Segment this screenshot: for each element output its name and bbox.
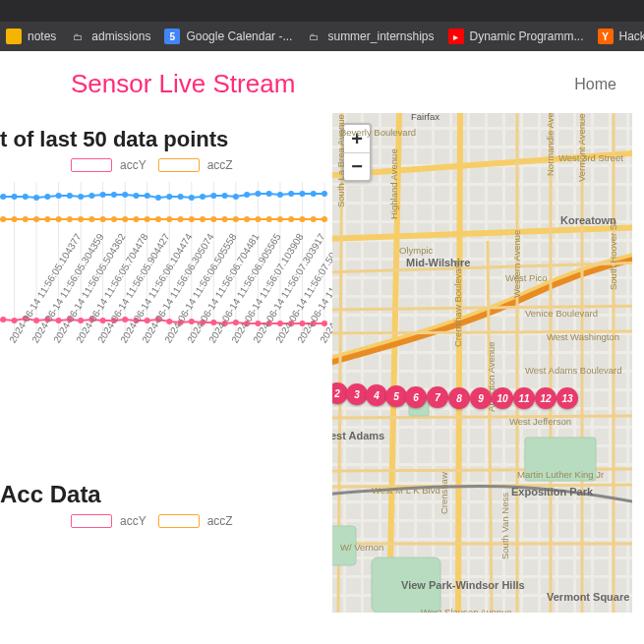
map-street-label: Western Avenue: [511, 230, 522, 298]
svg-rect-438: [399, 447, 414, 463]
svg-rect-501: [558, 503, 573, 519]
map-track-marker[interactable]: 11: [513, 387, 535, 409]
svg-rect-183: [346, 186, 361, 202]
svg-rect-352: [470, 354, 485, 370]
svg-point-76: [311, 216, 317, 222]
chart2-title: Acc Data: [0, 481, 332, 508]
svg-rect-557: [594, 559, 609, 575]
svg-rect-490: [364, 503, 379, 519]
svg-point-67: [210, 216, 216, 222]
svg-rect-197: [594, 186, 609, 202]
map-track-marker[interactable]: 3: [346, 383, 368, 405]
ycombinator-icon: Y: [598, 29, 614, 44]
bookmark-notes[interactable]: notes: [6, 29, 56, 44]
svg-rect-337: [523, 335, 538, 351]
svg-rect-287: [594, 279, 609, 295]
svg-rect-291: [346, 298, 361, 314]
map[interactable]: + − FairfaxKoreatownMid-Wilshireest Adam…: [332, 113, 632, 613]
svg-point-39: [244, 192, 250, 198]
svg-rect-518: [541, 522, 556, 538]
svg-point-26: [100, 192, 106, 198]
svg-rect-349: [417, 354, 432, 370]
brand-title: Sensor Live Stream: [0, 69, 295, 99]
map-place-label: Vermont Square: [547, 591, 629, 603]
map-track-marker[interactable]: 12: [535, 387, 556, 409]
bookmark-summer-internships[interactable]: 🗀summer_internships: [306, 29, 434, 44]
map-track-marker[interactable]: 13: [556, 387, 578, 409]
svg-rect-453: [346, 466, 361, 482]
svg-rect-245: [488, 242, 502, 258]
map-track-marker[interactable]: 9: [470, 387, 492, 409]
svg-rect-499: [523, 503, 538, 519]
svg-rect-370: [470, 373, 485, 388]
svg-rect-397: [629, 391, 632, 407]
svg-rect-296: [435, 298, 449, 314]
svg-point-56: [88, 216, 94, 222]
map-track-marker[interactable]: 7: [427, 386, 448, 408]
svg-rect-193: [523, 186, 538, 202]
svg-rect-190: [470, 186, 485, 202]
legend-label-accz: accZ: [207, 158, 233, 172]
svg-rect-184: [364, 186, 379, 202]
map-track-marker[interactable]: 4: [366, 384, 387, 406]
svg-rect-237: [346, 242, 361, 258]
svg-rect-217: [629, 205, 632, 220]
svg-rect-511: [417, 522, 432, 538]
zoom-out-button[interactable]: −: [344, 152, 370, 180]
svg-rect-346: [364, 354, 379, 370]
bookmarks-bar: notes 🗀admissions 5Google Calendar -... …: [0, 22, 644, 51]
nav-home[interactable]: Home: [574, 76, 644, 93]
svg-rect-151: [417, 148, 432, 164]
svg-point-29: [133, 193, 139, 199]
map-street-label: W/ Vernon: [340, 542, 383, 553]
svg-rect-452: [332, 466, 343, 482]
svg-rect-191: [488, 186, 502, 202]
map-street-label: West Slauson Avenue: [421, 607, 512, 613]
svg-rect-277: [417, 279, 432, 295]
svg-rect-559: [629, 559, 632, 575]
chart-plot-area[interactable]: 2024-06-14 11:56:05.1043772024-06-14 11:…: [0, 178, 332, 394]
svg-rect-595: [629, 597, 632, 613]
svg-rect-310: [364, 317, 379, 332]
map-street-label: West 3rd Street: [558, 152, 623, 163]
svg-point-69: [233, 216, 239, 222]
svg-rect-361: [629, 354, 632, 370]
svg-rect-456: [399, 466, 414, 482]
svg-rect-350: [435, 354, 449, 370]
svg-point-62: [155, 216, 161, 222]
bookmark-google-calendar[interactable]: 5Google Calendar -...: [164, 29, 292, 44]
bookmark-dynamic-programming[interactable]: ▸Dynamic Programm...: [448, 29, 584, 44]
map-track-marker[interactable]: 8: [448, 387, 470, 409]
map-place-label: Exposition Park: [511, 486, 593, 498]
svg-rect-145: [629, 130, 632, 146]
svg-rect-242: [435, 242, 449, 258]
svg-point-63: [166, 216, 172, 222]
svg-point-21: [44, 194, 50, 200]
map-track-marker[interactable]: 5: [385, 385, 407, 407]
svg-rect-332: [435, 335, 449, 351]
svg-rect-442: [470, 447, 485, 463]
svg-point-45: [311, 191, 317, 197]
svg-rect-439: [417, 447, 432, 463]
svg-rect-503: [594, 503, 609, 519]
svg-rect-136: [470, 130, 485, 146]
svg-rect-334: [470, 335, 485, 351]
bookmark-admissions[interactable]: 🗀admissions: [70, 29, 150, 44]
svg-rect-517: [523, 522, 538, 538]
svg-rect-251: [594, 242, 609, 258]
svg-rect-289: [629, 279, 632, 295]
map-place-label: Fairfax: [411, 113, 439, 122]
legend2-label-accz: accZ: [207, 514, 233, 528]
svg-rect-435: [346, 447, 361, 463]
bookmark-hacker-news-jobs[interactable]: YHacker News Jobs...: [598, 29, 644, 44]
svg-point-79: [0, 317, 6, 322]
svg-point-32: [166, 194, 172, 200]
svg-point-48: [0, 216, 6, 222]
svg-rect-248: [541, 242, 556, 258]
svg-rect-440: [435, 447, 449, 463]
map-street-label: West Adams Boulevard: [525, 365, 622, 376]
map-track-marker[interactable]: 6: [405, 386, 427, 408]
svg-rect-255: [346, 261, 361, 276]
svg-point-25: [88, 193, 94, 199]
map-track-marker[interactable]: 10: [492, 387, 513, 409]
